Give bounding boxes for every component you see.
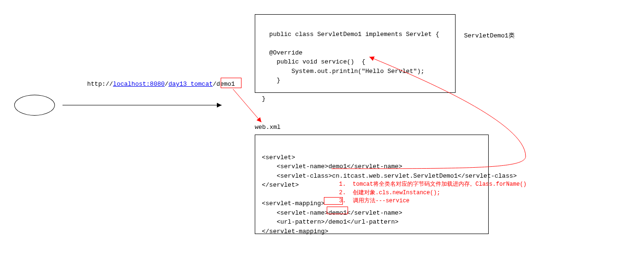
xml-l8a: <url-pattern> bbox=[262, 218, 325, 226]
url-demo-highlight bbox=[221, 78, 242, 88]
step-1: 1. tomcat将全类名对应的字节码文件加载进内存。Class.forName… bbox=[339, 181, 527, 188]
client-ellipse bbox=[14, 95, 55, 116]
webxml-label: web.xml bbox=[255, 124, 281, 131]
class-label: ServletDemo1类 bbox=[464, 31, 515, 40]
servlet-code: public class ServletDemo1 implements Ser… bbox=[262, 31, 439, 103]
step-3: 3. 调用方法---service bbox=[339, 198, 410, 204]
url-host[interactable]: localhost:8080 bbox=[113, 81, 165, 88]
xml-l9: </servlet-mapping> bbox=[262, 228, 328, 235]
url-to-webxml-arrow bbox=[233, 89, 261, 122]
url-prefix: http:// bbox=[87, 81, 113, 88]
step-2: 2. 创建对象.cls.newInstance(); bbox=[339, 190, 440, 196]
url-path[interactable]: day13_tomcat bbox=[169, 81, 213, 88]
xml-l7a: <servlet-name> bbox=[262, 209, 328, 217]
xml-l1: <servlet> bbox=[262, 154, 295, 161]
url-slash1: / bbox=[165, 81, 169, 88]
url-pattern-highlight bbox=[327, 207, 348, 214]
steps-text: 1. tomcat将全类名对应的字节码文件加载进内存。Class.forName… bbox=[339, 172, 527, 206]
xml-l7c: </servlet-name> bbox=[347, 209, 402, 217]
url-text: http://localhost:8080/day13_tomcat/demo1 bbox=[87, 81, 235, 88]
url-slash2: / bbox=[213, 81, 216, 88]
servlet-code-box: public class ServletDemo1 implements Ser… bbox=[255, 14, 456, 93]
xml-l4: </servlet> bbox=[262, 181, 299, 189]
xml-l6: <servlet-mapping> bbox=[262, 200, 325, 207]
xml-l2: <servlet-name>demo1</servlet-name> bbox=[262, 163, 402, 170]
xml-l8c: </url-pattern> bbox=[347, 218, 398, 226]
xml-l8b: /demo1 bbox=[325, 218, 347, 226]
